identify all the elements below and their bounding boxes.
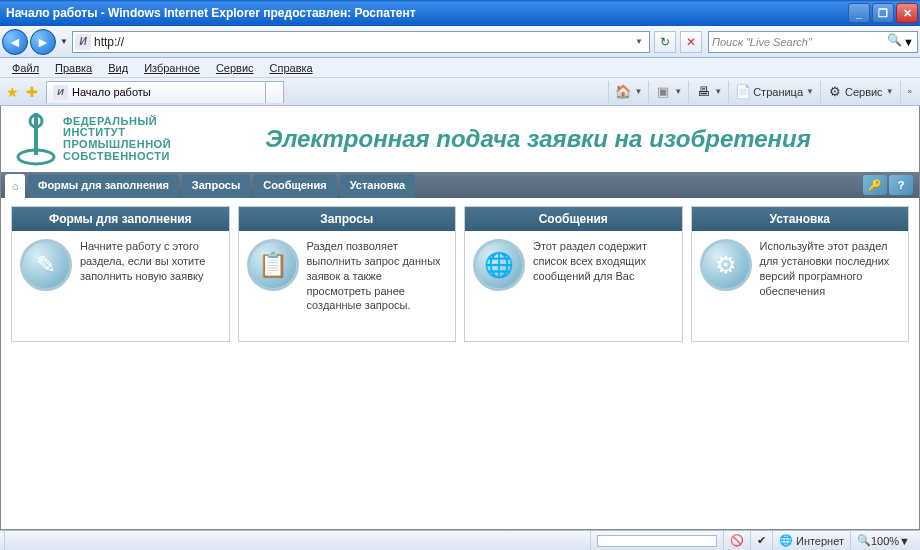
nav-history-dropdown[interactable]: ▼ [58, 37, 70, 46]
page-title: Электронная подача заявки на изобретения [171, 125, 905, 153]
globe-icon: 🌐 [779, 534, 793, 547]
status-progress [590, 531, 723, 550]
card-requests[interactable]: Запросы 📋 Раздел позволяет выполнить зап… [238, 206, 457, 342]
status-popup-blocker-icon[interactable]: 🚫 [723, 531, 750, 550]
tools-menu-button[interactable]: ⚙Сервис▼ [820, 81, 900, 103]
site-logo: ФЕДЕРАЛЬНЫЙ ИНСТИТУТ ПРОМЫШЛЕННОЙ СОБСТВ… [15, 111, 171, 167]
card-forms-title: Формы для заполнения [12, 207, 229, 231]
page-viewport: ФЕДЕРАЛЬНЫЙ ИНСТИТУТ ПРОМЫШЛЕННОЙ СОБСТВ… [0, 106, 920, 530]
card-setup[interactable]: Установка ⚙ Используйте этот раздел для … [691, 206, 910, 342]
help-button[interactable]: » [900, 81, 918, 103]
globe-icon: 🌐 [473, 239, 525, 291]
favorites-star-icon[interactable]: ★ [2, 82, 22, 102]
cards-row: Формы для заполнения ✎ Начните работу с … [1, 198, 919, 350]
window-title: Начало работы - Windows Internet Explore… [6, 6, 846, 20]
nav-tab-setup[interactable]: Установка [340, 174, 416, 198]
browser-tab[interactable]: И Начало работы [46, 81, 266, 103]
maximize-button[interactable]: ❐ [872, 3, 894, 23]
stop-button[interactable]: ✕ [680, 31, 702, 53]
menu-view[interactable]: Вид [100, 60, 136, 76]
site-header: ФЕДЕРАЛЬНЫЙ ИНСТИТУТ ПРОМЫШЛЕННОЙ СОБСТВ… [1, 106, 919, 172]
rss-icon: ▣ [655, 84, 671, 100]
forward-button[interactable]: ► [30, 29, 56, 55]
gear-icon: ⚙ [700, 239, 752, 291]
card-setup-text: Используйте этот раздел для установки по… [760, 239, 901, 333]
window-titlebar: Начало работы - Windows Internet Explore… [0, 0, 920, 26]
tab-favicon: И [53, 85, 68, 100]
page-scroll[interactable]: ФЕДЕРАЛЬНЫЙ ИНСТИТУТ ПРОМЫШЛЕННОЙ СОБСТВ… [1, 106, 919, 529]
card-messages[interactable]: Сообщения 🌐 Этот раздел содержит список … [464, 206, 683, 342]
tab-title: Начало работы [72, 86, 151, 98]
gear-icon: ⚙ [827, 84, 843, 100]
status-zoom[interactable]: 🔍 100% ▼ [850, 531, 916, 550]
card-forms-text: Начните работу с этого раздела, если вы … [80, 239, 221, 333]
logo-mark-icon [15, 111, 57, 167]
card-messages-text: Этот раздел содержит список всех входящи… [533, 239, 674, 333]
menu-edit[interactable]: Правка [47, 60, 100, 76]
add-favorite-icon[interactable]: ✚ [22, 82, 42, 102]
nav-tab-messages[interactable]: Сообщения [253, 174, 336, 198]
card-requests-title: Запросы [239, 207, 456, 231]
card-forms[interactable]: Формы для заполнения ✎ Начните работу с … [11, 206, 230, 342]
search-dropdown[interactable]: ▼ [903, 36, 914, 48]
nav-toolbar: ◄ ► ▼ И http:// ▼ ↻ ✕ Поиск "Live Search… [0, 26, 920, 58]
page-favicon: И [75, 34, 91, 50]
menu-help[interactable]: Справка [262, 60, 321, 76]
page-menu-button[interactable]: 📄Страница▼ [728, 81, 820, 103]
status-zone: 🌐 Интернет [772, 531, 850, 550]
new-tab-button[interactable] [266, 81, 284, 103]
key-icon-button[interactable]: 🔑 [863, 175, 887, 195]
menu-favorites[interactable]: Избранное [136, 60, 208, 76]
feeds-button[interactable]: ▣▼ [648, 81, 688, 103]
nav-home-icon[interactable]: ⌂ [5, 174, 25, 198]
back-button[interactable]: ◄ [2, 29, 28, 55]
edit-icon: ✎ [20, 239, 72, 291]
url-text[interactable]: http:// [94, 35, 631, 49]
nav-tab-forms[interactable]: Формы для заполнения [28, 174, 179, 198]
search-button[interactable]: 🔍 [885, 33, 903, 51]
status-bar: 🚫 ✔ 🌐 Интернет 🔍 100% ▼ [0, 530, 920, 550]
refresh-button[interactable]: ↻ [654, 31, 676, 53]
address-dropdown[interactable]: ▼ [631, 37, 647, 46]
menu-tools[interactable]: Сервис [208, 60, 262, 76]
document-icon: 📋 [247, 239, 299, 291]
menu-file[interactable]: Файл [4, 60, 47, 76]
page-icon: 📄 [735, 84, 751, 100]
menu-bar: Файл Правка Вид Избранное Сервис Справка [0, 58, 920, 78]
printer-icon: 🖶 [695, 84, 711, 100]
print-button[interactable]: 🖶▼ [688, 81, 728, 103]
nav-tab-requests[interactable]: Запросы [182, 174, 250, 198]
card-setup-title: Установка [692, 207, 909, 231]
search-placeholder: Поиск "Live Search" [712, 36, 885, 48]
home-icon: 🏠 [615, 84, 631, 100]
command-bar: ★ ✚ И Начало работы 🏠▼ ▣▼ 🖶▼ 📄Страница▼ … [0, 78, 920, 106]
card-requests-text: Раздел позволяет выполнить запрос данных… [307, 239, 448, 333]
card-messages-title: Сообщения [465, 207, 682, 231]
search-box[interactable]: Поиск "Live Search" 🔍 ▼ [708, 31, 918, 53]
help-icon-button[interactable]: ? [889, 175, 913, 195]
site-nav: ⌂ Формы для заполнения Запросы Сообщения… [1, 172, 919, 198]
address-bar[interactable]: И http:// ▼ [72, 31, 650, 53]
logo-text: ФЕДЕРАЛЬНЫЙ ИНСТИТУТ ПРОМЫШЛЕННОЙ СОБСТВ… [63, 116, 171, 162]
home-button[interactable]: 🏠▼ [608, 81, 648, 103]
close-button[interactable]: ✕ [896, 3, 918, 23]
minimize-button[interactable]: _ [848, 3, 870, 23]
status-text [4, 531, 590, 550]
status-phishing-icon[interactable]: ✔ [750, 531, 772, 550]
